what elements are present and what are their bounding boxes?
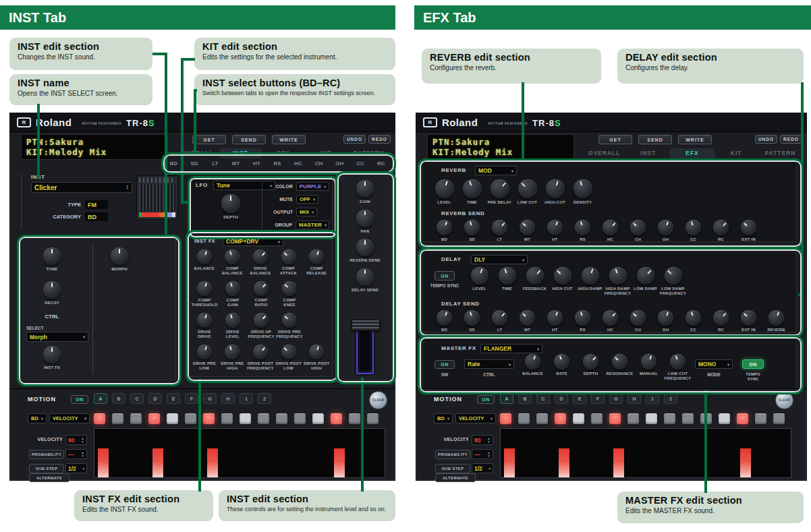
knob[interactable]: [741, 310, 756, 326]
transfer-button[interactable]: WRITE: [272, 135, 306, 144]
inst-select-button[interactable]: HC: [287, 160, 308, 167]
param-select[interactable]: MASTER: [296, 220, 329, 229]
param-select[interactable]: MIX: [296, 208, 317, 216]
motion-step-pad[interactable]: [185, 413, 196, 424]
motion-slot-button[interactable]: A: [94, 393, 107, 404]
knob[interactable]: [437, 220, 452, 235]
motion-slot-button[interactable]: E: [167, 393, 180, 404]
motion-step-pad[interactable]: [203, 413, 215, 424]
motion-slot-button[interactable]: E: [573, 393, 586, 404]
master-fx-mode-select[interactable]: MONO: [695, 359, 733, 369]
knob[interactable]: [254, 281, 269, 296]
motion-param-select[interactable]: VELOCITY: [49, 413, 90, 423]
app-tab[interactable]: KIT: [715, 148, 758, 158]
param-select[interactable]: PURPLE: [296, 182, 329, 191]
motion-slot-button[interactable]: G: [203, 393, 217, 404]
inst-select-button[interactable]: HT: [246, 160, 267, 167]
motion-slot-button[interactable]: B: [112, 393, 125, 404]
knob[interactable]: [464, 310, 480, 326]
inst-fx-type-select[interactable]: COMP+DRV: [223, 237, 283, 246]
knob[interactable]: [582, 267, 599, 285]
transfer-button[interactable]: GET: [192, 135, 226, 144]
motion-slot-button[interactable]: C: [130, 393, 144, 404]
motion-slot-button[interactable]: D: [555, 393, 568, 404]
motion-step-pad[interactable]: [130, 413, 142, 424]
motion-slot-button[interactable]: 1: [646, 393, 659, 404]
inst-select-button[interactable]: CC: [350, 160, 371, 167]
param-select[interactable]: OFF: [296, 195, 318, 204]
velocity-value[interactable]: 80: [65, 435, 87, 445]
delay-tempo-sync-button[interactable]: ON: [435, 271, 455, 280]
inst-name-select[interactable]: Clicker: [31, 182, 132, 193]
app-tab[interactable]: PATTERN: [758, 148, 802, 158]
motion-slot-button[interactable]: F: [591, 393, 605, 404]
sub-step-value[interactable]: 1/2: [472, 463, 493, 473]
motion-step-pad[interactable]: [294, 413, 306, 424]
motion-on-button[interactable]: ON: [477, 395, 495, 404]
knob[interactable]: [630, 310, 646, 326]
motion-slot-button[interactable]: 2: [664, 393, 677, 404]
decay-knob[interactable]: [43, 281, 61, 299]
motion-step-pad[interactable]: [312, 413, 324, 424]
knob[interactable]: [547, 310, 563, 326]
knob[interactable]: [686, 220, 701, 235]
knob[interactable]: [713, 220, 729, 235]
knob[interactable]: [603, 220, 618, 235]
motion-slot-button[interactable]: G: [609, 393, 623, 404]
master-fx-ctrl-select[interactable]: Rate: [464, 359, 514, 369]
motion-step-pad[interactable]: [500, 413, 511, 424]
knob[interactable]: [741, 220, 756, 235]
knob[interactable]: [281, 249, 296, 264]
master-fx-tempo-sync-button[interactable]: ON: [742, 359, 764, 369]
alternate-button[interactable]: ALTERNATE: [435, 473, 476, 482]
knob[interactable]: [471, 267, 488, 285]
motion-slot-button[interactable]: C: [536, 393, 550, 404]
knob[interactable]: [225, 281, 240, 296]
knob[interactable]: [768, 310, 784, 326]
alternate-button[interactable]: ALTERNATE: [29, 473, 69, 482]
knob[interactable]: [463, 179, 482, 198]
knob[interactable]: [637, 267, 654, 285]
probability-button[interactable]: PROBABILITY: [435, 450, 470, 459]
inst-select-button[interactable]: RC: [370, 160, 391, 167]
inst-select-button[interactable]: LT: [204, 160, 225, 167]
motion-step-pad[interactable]: [240, 413, 251, 424]
knob[interactable]: [630, 220, 646, 235]
knob[interactable]: [554, 354, 569, 370]
sub-step-button[interactable]: SUB STEP: [29, 464, 64, 473]
knob[interactable]: [499, 267, 516, 285]
probability-button[interactable]: PROBABILITY: [29, 450, 64, 459]
transfer-button[interactable]: WRITE: [678, 135, 712, 144]
knob[interactable]: [520, 220, 535, 235]
knob[interactable]: [282, 313, 297, 328]
tune-knob[interactable]: [43, 247, 61, 265]
inst-select-button[interactable]: BD: [163, 160, 184, 167]
knob[interactable]: [612, 354, 627, 370]
knob[interactable]: [254, 313, 269, 328]
master-fx-sw-button[interactable]: ON: [435, 360, 455, 369]
motion-step-pad[interactable]: [573, 413, 584, 424]
delay-type-select[interactable]: DLY: [471, 255, 528, 264]
probability-value[interactable]: —: [472, 449, 493, 459]
knob[interactable]: [225, 345, 240, 359]
inst-select-button[interactable]: MT: [225, 160, 246, 167]
motion-step-pad[interactable]: [148, 413, 160, 424]
motion-step-pad[interactable]: [773, 413, 785, 424]
knob[interactable]: [435, 179, 454, 198]
motion-step-pad[interactable]: [518, 413, 530, 424]
knob[interactable]: [525, 354, 540, 370]
motion-step-pad[interactable]: [367, 413, 379, 424]
knob[interactable]: [670, 354, 686, 370]
knob[interactable]: [492, 310, 507, 326]
knob[interactable]: [546, 179, 565, 198]
knob[interactable]: [641, 354, 656, 370]
knob[interactable]: [356, 210, 374, 227]
probability-value[interactable]: —: [65, 449, 87, 459]
ctrl-select[interactable]: Morph: [26, 332, 88, 342]
motion-slot-button[interactable]: B: [518, 393, 532, 404]
knob[interactable]: [574, 179, 592, 198]
knob[interactable]: [609, 267, 627, 285]
knob[interactable]: [492, 220, 507, 235]
app-tab[interactable]: OVERALL: [582, 148, 626, 158]
inst-fx-knob[interactable]: [43, 346, 61, 363]
